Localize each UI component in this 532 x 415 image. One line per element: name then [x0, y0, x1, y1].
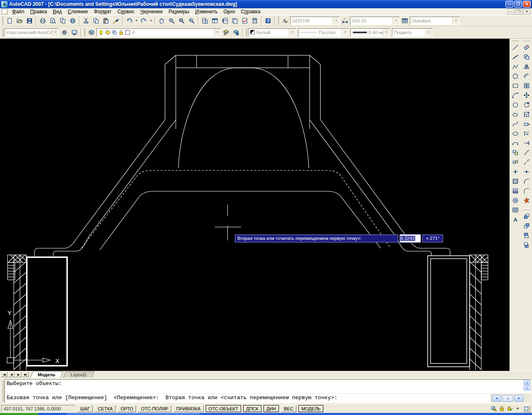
lineweight-combo[interactable]: 0.40 мм▼: [350, 28, 390, 37]
print-button[interactable]: [38, 16, 48, 26]
menu-Окно[interactable]: Окно: [221, 8, 238, 15]
menu-Изменить[interactable]: Изменить: [192, 8, 220, 15]
ellipse-button[interactable]: [510, 128, 520, 138]
tab-first-button[interactable]: |◀: [1, 372, 7, 377]
scroll-down-icon[interactable]: ▼: [524, 385, 530, 390]
workspace-combo[interactable]: Классический AutoCAD▼: [5, 28, 59, 37]
toolbar-gripper[interactable]: [83, 28, 85, 37]
redo-dropdown[interactable]: ▼: [149, 16, 153, 26]
fillet-button[interactable]: [522, 186, 532, 195]
chevron-down-icon[interactable]: ▼: [392, 17, 399, 25]
minimize-button[interactable]: —: [505, 1, 513, 7]
toolbar-lock-icon[interactable]: [499, 405, 505, 412]
pan-button[interactable]: [157, 16, 167, 26]
doc-restore-button[interactable]: ❐: [515, 9, 522, 15]
clean-screen-button[interactable]: [522, 405, 530, 412]
menu-Слияние[interactable]: Слияние: [65, 8, 91, 15]
doc-minimize-button[interactable]: —: [507, 9, 515, 15]
chevron-down-icon[interactable]: ▼: [383, 29, 390, 36]
zoom-window-button[interactable]: [177, 16, 187, 26]
status-ОРТО-toggle[interactable]: ОРТО: [118, 405, 136, 412]
paste-button[interactable]: [101, 16, 111, 26]
tab-Модель[interactable]: Модель: [30, 371, 63, 378]
arc-button[interactable]: [510, 90, 520, 100]
rotate-button[interactable]: [522, 100, 532, 109]
trim-button[interactable]: [522, 128, 532, 138]
scroll-up-icon[interactable]: ▲: [524, 380, 530, 385]
chevron-down-icon[interactable]: ▼: [332, 17, 340, 25]
send-to-back-button[interactable]: [522, 221, 532, 230]
explode-button[interactable]: [522, 195, 532, 205]
multiline-text-button[interactable]: A: [510, 215, 520, 224]
status-ОТС-ПОЛЯР-toggle[interactable]: ОТС-ПОЛЯР: [138, 405, 171, 412]
start-button[interactable]: [0, 413, 38, 415]
command-prompt-line[interactable]: Базовая точка или [Перемещение] <Перемещ…: [5, 394, 491, 403]
status-ВЕС-toggle[interactable]: ВЕС: [281, 405, 296, 412]
table-button[interactable]: [510, 205, 520, 215]
undo-button[interactable]: [124, 16, 134, 26]
tab-previous-button[interactable]: ◀: [8, 372, 15, 377]
preview-button[interactable]: [48, 16, 58, 26]
dim-style-combo[interactable]: ISO-25▼: [350, 17, 400, 25]
drawing-canvas[interactable]: Y X Вторая точка или <считать перемещени…: [0, 39, 510, 371]
cut-button[interactable]: [81, 16, 91, 26]
workspace-settings-button[interactable]: [59, 27, 69, 37]
break-button[interactable]: [522, 157, 532, 167]
chevron-down-icon[interactable]: ▼: [341, 29, 348, 36]
erase-button[interactable]: [522, 42, 532, 52]
status-ДИН-toggle[interactable]: ДИН: [264, 405, 279, 412]
plotstyle-combo[interactable]: Поцвету▼: [392, 28, 433, 37]
layer-vpfreeze-icon[interactable]: [111, 30, 117, 35]
scrollbar-thumb[interactable]: ▥: [502, 395, 513, 402]
gradient-button[interactable]: [510, 186, 520, 195]
construction-line-button[interactable]: [510, 52, 520, 62]
bring-above-button[interactable]: [522, 230, 532, 240]
save-button[interactable]: [25, 16, 34, 26]
toolbar-gripper[interactable]: [245, 28, 247, 37]
tab-Layout1[interactable]: Layout1: [63, 371, 94, 378]
open-button[interactable]: [15, 16, 25, 26]
menu-Черчение[interactable]: Черчение: [137, 8, 165, 15]
menu-Размеры[interactable]: Размеры: [165, 8, 192, 15]
copy-button[interactable]: [91, 16, 101, 26]
point-button[interactable]: [510, 167, 520, 176]
offset-button[interactable]: [522, 71, 532, 81]
workspace-save-button[interactable]: [69, 27, 79, 37]
tab-next-button[interactable]: ▶: [15, 372, 22, 377]
status-ПРИВЯЗКА-toggle[interactable]: ПРИВЯЗКА: [173, 405, 203, 412]
stretch-button[interactable]: [522, 119, 532, 128]
toolbar-gripper[interactable]: [523, 208, 530, 210]
properties-button[interactable]: [200, 16, 210, 26]
communication-center-icon[interactable]: [491, 405, 498, 412]
toolbar-gripper[interactable]: [1, 17, 3, 25]
break-at-point-button[interactable]: [522, 148, 532, 157]
spline-button[interactable]: [510, 119, 520, 128]
publish-button[interactable]: [58, 16, 68, 26]
revision-cloud-button[interactable]: [510, 109, 520, 119]
polygon-button[interactable]: [510, 71, 520, 81]
zoom-previous-button[interactable]: [187, 16, 197, 26]
close-button[interactable]: ✕: [523, 1, 531, 7]
designcenter-button[interactable]: [210, 16, 220, 26]
table-style-combo[interactable]: Standard▼: [410, 17, 460, 25]
qcalc-button[interactable]: [250, 16, 260, 26]
taskbar-button[interactable]: [66, 413, 200, 415]
region-button[interactable]: [510, 195, 520, 205]
extend-button[interactable]: [522, 138, 532, 148]
menu-Файл[interactable]: Файл: [9, 8, 27, 15]
hatch-button[interactable]: [510, 176, 520, 186]
polyline-button[interactable]: [510, 62, 520, 71]
scroll-right-icon[interactable]: ▶: [515, 395, 524, 402]
layer-freeze-icon[interactable]: [105, 30, 111, 35]
copy-object-button[interactable]: [522, 52, 532, 62]
rectangle-button[interactable]: [510, 81, 520, 90]
array-button[interactable]: [522, 81, 532, 90]
sheetset-button[interactable]: [230, 16, 240, 26]
mirror-button[interactable]: [522, 62, 532, 71]
etransmit-button[interactable]: [68, 16, 78, 26]
layer-states-button[interactable]: [231, 27, 241, 37]
redo-button[interactable]: [139, 16, 149, 26]
toolbar-gripper[interactable]: [523, 40, 530, 41]
status-ШАГ-toggle[interactable]: ШАГ: [77, 405, 93, 412]
menu-Сервис[interactable]: Сервис: [114, 8, 137, 15]
